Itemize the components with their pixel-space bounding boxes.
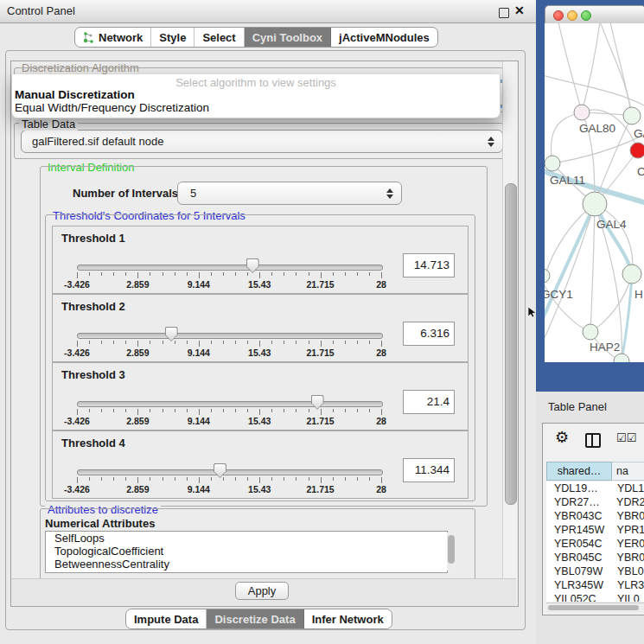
slider-track[interactable] [77, 469, 383, 475]
attributes-scrollbar[interactable] [447, 532, 456, 571]
network-node[interactable] [583, 324, 598, 340]
gear-icon[interactable]: ⚙ [555, 430, 569, 445]
slider-tick [284, 477, 284, 481]
slider-tick [235, 272, 236, 276]
tab-discretize-data[interactable]: Discretize Data [207, 609, 303, 628]
cell-shared-name: YPR145W [546, 523, 611, 537]
slider-tick [101, 272, 102, 276]
slider-tick [345, 477, 346, 481]
tab-network-label: Network [99, 31, 143, 44]
table-rows[interactable]: YDL19…YDL1YDR27…YDR2YBR043CYBR0YPR145WYP… [546, 481, 644, 602]
slider-tick [113, 272, 114, 276]
dropdown-placeholder-option[interactable]: Select algorithm to view settings [12, 76, 500, 89]
slider-tick [150, 272, 150, 276]
slider-thumb[interactable] [165, 327, 178, 341]
hscroll-thumb[interactable] [548, 605, 639, 610]
network-node-label: H [634, 288, 643, 301]
panel-scrollbar[interactable] [502, 61, 517, 604]
network-node[interactable] [574, 105, 590, 120]
table-data-combobox[interactable]: galFiltered.sif default node [21, 130, 503, 153]
bottom-tab-bar: Impute Data Discretize Data Infer Networ… [125, 609, 392, 629]
attribute-list-item[interactable]: SelfLoops [46, 532, 447, 545]
table-row[interactable]: YLR345WYLR3 [546, 578, 644, 592]
checkboxes-icon[interactable]: ☑☑ [616, 431, 636, 444]
column-header-shared-name[interactable]: shared… [546, 462, 612, 481]
num-intervals-combobox[interactable]: 5 [177, 182, 402, 205]
slider-tick-label: 9.144 [177, 416, 220, 426]
network-node[interactable] [623, 107, 641, 124]
slider-track[interactable] [77, 265, 383, 271]
network-node[interactable] [545, 156, 560, 171]
slider-thumb[interactable] [214, 463, 226, 478]
attribute-list-item[interactable]: BetweennessCentrality [46, 558, 447, 571]
tab-cyni-toolbox-label: Cyni Toolbox [252, 31, 322, 44]
zoom-traffic-light-icon[interactable] [581, 10, 591, 21]
slider-tick [284, 409, 284, 412]
table-row[interactable]: YIL052CYIL0 [546, 592, 644, 602]
slider-thumb[interactable] [311, 395, 324, 410]
slider-tick [137, 272, 138, 278]
network-node[interactable] [583, 192, 607, 216]
tab-infer-network[interactable]: Infer Network [304, 609, 392, 628]
slider-track[interactable] [77, 333, 383, 339]
table-row[interactable]: YBR043CYBR0 [546, 509, 644, 523]
slider-tick [125, 409, 126, 412]
tab-cyni-toolbox[interactable]: Cyni Toolbox [245, 28, 331, 47]
table-row[interactable]: YDL19…YDL1 [546, 481, 644, 495]
threshold-value-field[interactable]: 6.316 [403, 322, 455, 346]
slider-tick [235, 409, 236, 412]
slider-tick [247, 477, 248, 481]
table-horizontal-scrollbar[interactable] [546, 603, 644, 613]
attribute-list-item[interactable]: TopologicalCoefficient [46, 545, 447, 558]
dropdown-option-equal-width[interactable]: Equal Width/Frequency Discretization [15, 101, 209, 114]
slider-track[interactable] [77, 401, 383, 407]
slider-tick [163, 272, 163, 276]
slider-tick-label: 28 [360, 279, 403, 290]
table-row[interactable]: YBR045CYBR0 [546, 551, 644, 564]
slider-tick [296, 409, 296, 412]
slider-tick [163, 409, 163, 412]
apply-button[interactable]: Apply [235, 582, 289, 600]
slider-tick [199, 477, 200, 483]
close-traffic-light-icon[interactable] [553, 10, 564, 21]
column-header-name[interactable]: na [612, 462, 644, 481]
combo-arrows-icon [488, 137, 494, 147]
table-row[interactable]: YER054CYER0 [546, 537, 644, 551]
slider-tick [101, 409, 102, 412]
tab-style[interactable]: Style [151, 28, 194, 47]
threshold-value-field[interactable]: 21.4 [403, 390, 455, 414]
network-node[interactable] [614, 354, 629, 362]
table-row[interactable]: YBL079WYBL0 [546, 564, 644, 578]
float-window-icon[interactable] [499, 8, 509, 18]
table-row[interactable]: YPR145WYPR1 [546, 523, 644, 537]
network-node[interactable] [630, 143, 644, 158]
tab-jactivemnodules[interactable]: jActiveMNodules [331, 28, 437, 47]
minimize-traffic-light-icon[interactable] [567, 10, 577, 21]
table-row[interactable]: YDR27…YDR2 [546, 495, 644, 509]
panel-scrollbar-thumb[interactable] [505, 183, 517, 505]
network-node[interactable] [622, 265, 641, 284]
slider-tick [211, 477, 212, 481]
threshold-value-field[interactable]: 11.344 [403, 458, 455, 482]
network-edge [582, 23, 600, 112]
tab-impute-data[interactable]: Impute Data [126, 609, 207, 628]
dropdown-option-manual-discretization[interactable]: Manual Discretization [15, 88, 135, 101]
tab-select[interactable]: Select [194, 28, 244, 47]
slider-tick [137, 409, 138, 415]
columns-icon[interactable] [585, 433, 601, 448]
slider-thumb[interactable] [246, 258, 259, 273]
slider-tick [357, 341, 358, 344]
slider-tick [175, 409, 175, 412]
network-canvas[interactable]: GAL80GAGAL11CGAL4GCY1HHAP2 [545, 23, 644, 362]
threshold-label: Threshold 3 [61, 368, 125, 381]
network-window-titlebar[interactable] [545, 5, 644, 25]
cell-name: YDL1 [611, 481, 644, 495]
numerical-attributes-list[interactable]: SelfLoopsTopologicalCoefficientBetweenne… [45, 531, 448, 573]
slider-tick [369, 477, 370, 481]
tab-network[interactable]: Network [75, 28, 151, 47]
tab-select-label: Select [202, 31, 235, 44]
threshold-value-field[interactable]: 14.713 [403, 253, 455, 277]
slider-tick [113, 341, 114, 344]
network-node[interactable] [545, 269, 550, 283]
close-icon[interactable]: ✕ [514, 3, 525, 17]
